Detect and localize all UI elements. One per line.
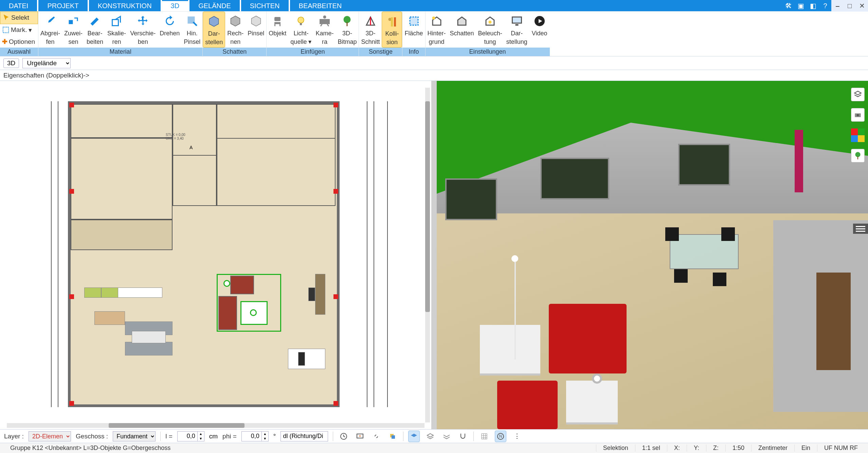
menu-tab-konstruktion[interactable]: KONSTRUKTION — [89, 0, 161, 11]
layer3-icon[interactable] — [441, 431, 452, 442]
menu-tab-3d[interactable]: 3D — [162, 0, 188, 11]
terrain-select[interactable]: Urgelände — [22, 58, 71, 68]
ribbon-group-label: Einfügen — [267, 48, 359, 56]
label: Bear- — [88, 30, 103, 37]
ribbon-group-material: Abgrei-fen Zuwei-sen Bear-beiten Skalie-… — [38, 12, 202, 56]
btn-beleuchtung[interactable]: Beleuch-tung — [476, 12, 504, 48]
3d-chair — [713, 273, 726, 286]
camera-gadget-icon[interactable] — [851, 108, 865, 122]
3d-chair — [665, 227, 679, 241]
scrollbar-horizontal[interactable] — [7, 423, 424, 428]
layers-icon[interactable] — [851, 88, 865, 101]
stack-icon[interactable] — [387, 431, 398, 442]
grid-icon[interactable] — [478, 431, 490, 442]
dl-input[interactable] — [281, 431, 328, 441]
properties-bar[interactable]: Eigenschaften (Doppelklick)-> — [0, 70, 868, 81]
layer-select[interactable]: 2D-Elemen — [29, 431, 71, 441]
btn-flaeche[interactable]: Fläche — [402, 12, 425, 48]
menu-tab-projekt[interactable]: PROJEKT — [38, 0, 87, 11]
btn-kamera[interactable]: Kame-ra — [313, 12, 336, 48]
svg-point-16 — [489, 21, 492, 24]
btn-verschieben[interactable]: Verschie-ben — [128, 12, 158, 48]
btn-lichtquelle[interactable]: Licht-quelle ▾ — [288, 12, 313, 48]
btn-video[interactable]: Video — [529, 12, 550, 48]
view-splitter[interactable] — [431, 81, 435, 429]
minimize-icon[interactable]: ‒ — [831, 0, 844, 12]
btn-objekt[interactable]: Objekt — [267, 12, 288, 48]
menu-tab-datei[interactable]: DATEI — [0, 0, 37, 11]
btn-darstellung[interactable]: Dar-stellung — [504, 12, 529, 48]
scrollbar-thumb[interactable] — [109, 423, 245, 428]
magnet-icon[interactable] — [457, 431, 469, 442]
link-icon[interactable] — [370, 431, 382, 442]
selection-handle[interactable] — [250, 309, 257, 316]
ribbon-group-label: Info — [402, 48, 425, 56]
maximize-icon[interactable]: □ — [844, 0, 856, 12]
help-icon[interactable]: ? — [819, 0, 831, 12]
selection-handle[interactable] — [223, 280, 230, 287]
layer2-icon[interactable] — [424, 431, 436, 442]
label: Hinter- — [428, 30, 446, 37]
btn-abgreifen[interactable]: Abgrei-fen — [38, 12, 62, 48]
btn-kollision[interactable]: Kolli-sion — [382, 12, 402, 48]
screen-icon[interactable] — [354, 431, 366, 442]
scrollbar-vertical[interactable] — [425, 88, 430, 422]
status-mode: Selektion — [596, 445, 635, 452]
tree-gadget-icon[interactable] — [851, 149, 865, 162]
svg-point-26 — [359, 435, 361, 437]
view3d-menu-handle[interactable] — [853, 224, 868, 234]
phi-input[interactable] — [241, 431, 262, 441]
svg-point-8 — [323, 16, 326, 19]
floor-plan[interactable]: A STUK = 0,00 UKO = 3,40 — [68, 101, 340, 407]
menu-tab-bearbeiten[interactable]: BEARBEITEN — [290, 0, 351, 11]
scale-icon — [111, 15, 123, 27]
svg-rect-13 — [394, 17, 396, 27]
label: Objekt — [269, 30, 286, 37]
tools-icon[interactable]: 🛠 — [782, 0, 795, 12]
label: Zuwei- — [64, 30, 83, 37]
phi-spinner[interactable]: ▲▼ — [262, 431, 269, 441]
label: ra — [322, 38, 327, 46]
close-icon[interactable]: ✕ — [856, 0, 868, 12]
btn-zuweisen[interactable]: Zuwei-sen — [62, 12, 85, 48]
l-spinner[interactable]: ▲▼ — [198, 431, 204, 441]
north-icon[interactable]: N — [495, 431, 506, 442]
view-3d[interactable] — [435, 81, 868, 429]
stuk-text: STUK = 0,00 — [166, 133, 185, 137]
select-tool[interactable]: Selekt — [0, 12, 38, 24]
btn-skalieren[interactable]: Skalie-ren — [105, 12, 128, 48]
svg-rect-3 — [274, 17, 281, 21]
options-tool[interactable]: ✚ Optionen — [0, 36, 38, 48]
play-icon — [534, 15, 546, 27]
menu-tab-sichten[interactable]: SICHTEN — [241, 0, 289, 11]
menu-tab-gelaende[interactable]: GELÄNDE — [189, 0, 240, 11]
btn-bitmap3d[interactable]: 3D-Bitmap — [336, 12, 359, 48]
mark-tool[interactable]: Mark. ▾ — [0, 24, 38, 36]
color-swatch[interactable] — [851, 128, 865, 142]
label: sen — [69, 38, 78, 46]
edit-icon — [89, 15, 101, 27]
btn-schnitt3d[interactable]: 3D-Schnitt — [359, 12, 382, 48]
btn-hinpinsel[interactable]: Hin.Pinsel — [182, 12, 202, 48]
label: Beleuch- — [478, 30, 502, 37]
btn-rechnen[interactable]: Rech-nen — [225, 12, 246, 48]
view-icon[interactable]: ◧ — [807, 0, 819, 12]
dim-line — [367, 101, 367, 407]
btn-darstellen[interactable]: Dar-stellen — [203, 12, 225, 48]
btn-pinsel[interactable]: Pinsel — [246, 12, 266, 48]
view-2d[interactable]: A STUK = 0,00 UKO = 3,40 — [0, 81, 431, 429]
geschoss-select[interactable]: Fundament — [113, 431, 156, 441]
more-icon[interactable]: ⋮ — [511, 431, 523, 442]
btn-drehen[interactable]: Drehen — [158, 12, 182, 48]
btn-schatten-e[interactable]: Schatten — [448, 12, 476, 48]
scrollbar-thumb[interactable] — [425, 101, 430, 312]
clock-icon[interactable] — [338, 431, 349, 442]
window-icon[interactable]: ▣ — [795, 0, 807, 12]
btn-hintergrund[interactable]: Hinter-grund — [426, 12, 448, 48]
btn-bearbeiten[interactable]: Bear-beiten — [85, 12, 105, 48]
l-input[interactable] — [177, 431, 198, 441]
layer1-icon[interactable] — [408, 431, 420, 442]
label: Kolli- — [385, 30, 399, 37]
svg-rect-7 — [320, 19, 330, 24]
3d-window — [540, 158, 609, 199]
